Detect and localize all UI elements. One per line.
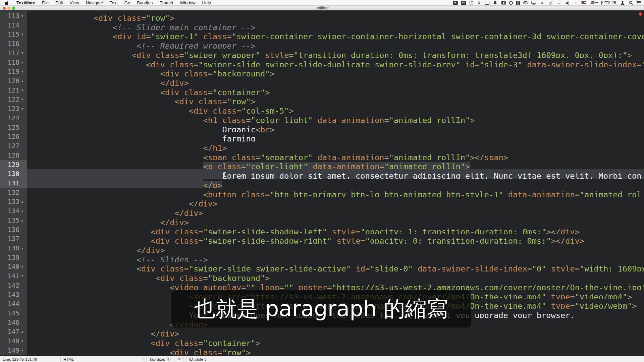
menu-item-file[interactable]: File bbox=[38, 0, 52, 5]
line-icon[interactable] bbox=[453, 1, 458, 5]
code-line-119[interactable]: 119▼<div class="background"> bbox=[0, 67, 644, 76]
menu-item-help[interactable]: Help bbox=[199, 0, 215, 5]
code-text[interactable]: <div class="swiper-wrapper" style="trans… bbox=[27, 49, 644, 58]
fold-arrow-icon[interactable]: ▲ bbox=[19, 327, 25, 337]
fold-arrow-icon[interactable]: ▼ bbox=[19, 49, 25, 58]
code-text[interactable]: </div> bbox=[27, 244, 644, 253]
code-text[interactable]: <div id="swiper-1" class="swiper-contain… bbox=[27, 30, 644, 39]
fold-arrow-icon[interactable]: ▼ bbox=[19, 262, 25, 272]
window-icon[interactable] bbox=[485, 1, 489, 5]
notification-list-icon[interactable] bbox=[637, 1, 641, 4]
code-text[interactable]: </h1> bbox=[27, 141, 644, 151]
ring-icon[interactable] bbox=[509, 1, 513, 5]
code-line-121[interactable]: 121▼<div class="container"> bbox=[0, 86, 644, 95]
code-line-133[interactable]: 133▲</div> bbox=[0, 197, 644, 206]
tab-size-selector[interactable]: Tab Size: 4 ▾ bbox=[147, 356, 174, 362]
code-text[interactable]: <div class="row"> bbox=[27, 11, 644, 21]
code-text[interactable]: <div class="row"> bbox=[27, 95, 644, 104]
code-line-139[interactable]: 139<!-- Slides --> bbox=[0, 253, 644, 262]
code-text[interactable]: <!-- Required wrapper --> bbox=[27, 39, 644, 49]
brackets-icon[interactable]: ‹› bbox=[539, 0, 545, 5]
code-text[interactable]: <!-- Slides --> bbox=[27, 253, 644, 262]
code-text[interactable]: </div> bbox=[27, 327, 644, 337]
code-text[interactable]: </div> bbox=[27, 216, 644, 225]
code-line-129[interactable]: 129<p class="color-light" data-animation… bbox=[0, 160, 644, 170]
fold-arrow-icon[interactable]: ▲ bbox=[19, 216, 25, 225]
code-text[interactable]: </div> bbox=[27, 76, 644, 86]
volume-icon[interactable]: ◀) bbox=[565, 0, 570, 5]
code-line-116[interactable]: 116<!-- Required wrapper --> bbox=[0, 39, 644, 49]
code-line-118[interactable]: 118▼<div class="swiper-slide swiper-slid… bbox=[0, 58, 644, 67]
symbol-id[interactable]: ID: slide-3 bbox=[186, 356, 209, 362]
code-line-148[interactable]: 148▼<div class="container"> bbox=[0, 337, 644, 346]
code-line-114[interactable]: 114<!-- Slider main container --> bbox=[0, 21, 644, 30]
code-text[interactable]: Lorem ipsum dolor sit amet, consectetur … bbox=[27, 169, 644, 179]
fold-arrow-icon[interactable]: ▲ bbox=[19, 244, 25, 253]
code-text[interactable]: <div class="swiper-slide-shadow-left" st… bbox=[27, 225, 644, 235]
code-text[interactable]: </div> bbox=[27, 206, 644, 216]
fold-arrow-icon[interactable]: ▲ bbox=[19, 206, 25, 216]
menu-clock[interactable]: 週一 下午2:28 bbox=[589, 0, 617, 6]
code-line-134[interactable]: 134▲</div> bbox=[0, 206, 644, 216]
fn-icon[interactable]: Fn bbox=[461, 1, 466, 5]
menu-item-go[interactable]: Go bbox=[121, 0, 133, 5]
code-line-138[interactable]: 138▲</div> bbox=[0, 244, 644, 253]
fold-arrow-icon[interactable]: ▼ bbox=[19, 58, 25, 67]
bundle-actions[interactable]: ⚙ ▴▾ bbox=[174, 356, 186, 362]
menu-item-text[interactable]: Text bbox=[106, 0, 121, 5]
code-text[interactable]: <div class="swiper-slide swiper-slide-ac… bbox=[27, 262, 644, 272]
code-line-140[interactable]: 140▼<div class="swiper-slide swiper-slid… bbox=[0, 262, 644, 272]
menu-item-navigate[interactable]: Navigate bbox=[83, 0, 106, 5]
wifi-icon[interactable]: ▼ bbox=[573, 0, 578, 5]
fold-arrow-icon[interactable]: ▲ bbox=[19, 197, 25, 206]
bookmark-dot[interactable] bbox=[639, 12, 642, 16]
toggle-icon[interactable] bbox=[523, 1, 528, 4]
code-line-137[interactable]: 137<div class="swiper-slide-shadow-right… bbox=[0, 234, 644, 244]
fold-arrow-icon[interactable]: ▼ bbox=[19, 346, 25, 355]
code-text[interactable]: <!-- Slider main container --> bbox=[27, 21, 644, 30]
fold-arrow-icon[interactable]: ▼ bbox=[19, 95, 25, 104]
code-line-124[interactable]: 124<h1 class="color-light" data-animatio… bbox=[0, 114, 644, 123]
code-line-149[interactable]: 149▼<div class="row"> bbox=[0, 346, 644, 355]
code-line-123[interactable]: 123▼<div class="col-sm-5"> bbox=[0, 104, 644, 114]
code-text[interactable]: <button class="btn btn-primary btn-lg bt… bbox=[27, 188, 644, 197]
code-line-126[interactable]: 126farming bbox=[0, 132, 644, 141]
code-line-122[interactable]: 122▼<div class="row"> bbox=[0, 95, 644, 104]
code-text[interactable]: <div class="background"> bbox=[27, 272, 644, 281]
fan-icon[interactable]: ∴ bbox=[556, 0, 561, 5]
menu-item-view[interactable]: View bbox=[66, 0, 83, 5]
code-text[interactable]: </div> bbox=[27, 197, 644, 206]
code-text[interactable]: <div class="col-sm-5"> bbox=[27, 104, 644, 114]
code-line-141[interactable]: 141▼<div class="background"> bbox=[0, 272, 644, 281]
fold-arrow-icon[interactable]: ▼ bbox=[19, 11, 25, 21]
code-line-115[interactable]: 115▼<div id="swiper-1" class="swiper-con… bbox=[0, 30, 644, 39]
menu-item-window[interactable]: Window bbox=[176, 0, 199, 5]
menu-item-edit[interactable]: Edit bbox=[52, 0, 66, 5]
menu-item-bundles[interactable]: Bundles bbox=[133, 0, 156, 5]
flag-icon[interactable] bbox=[581, 1, 586, 4]
code-line-120[interactable]: 120▲</div> bbox=[0, 76, 644, 86]
code-text[interactable]: <video autoplay="" loop="" poster="https… bbox=[27, 281, 644, 290]
code-line-128[interactable]: 128<span class="separator" data-animatio… bbox=[0, 151, 644, 160]
code-text[interactable]: <div class="background"> bbox=[27, 67, 644, 76]
fold-arrow-icon[interactable]: ▼ bbox=[19, 67, 25, 76]
code-line-130[interactable]: 130Lorem ipsum dolor sit amet, consectet… bbox=[0, 169, 644, 179]
panels-icon[interactable] bbox=[516, 1, 520, 5]
bell-icon[interactable] bbox=[492, 0, 498, 5]
fold-arrow-icon[interactable]: ▼ bbox=[19, 86, 25, 95]
user-icon[interactable] bbox=[620, 0, 625, 5]
fold-arrow-icon[interactable]: ▲ bbox=[19, 76, 25, 86]
code-line-117[interactable]: 117▼<div class="swiper-wrapper" style="t… bbox=[0, 49, 644, 58]
fold-arrow-icon[interactable]: ▼ bbox=[19, 337, 25, 346]
code-text[interactable]: <div class="container"> bbox=[27, 337, 644, 346]
code-text[interactable]: <div class="container"> bbox=[27, 86, 644, 95]
code-text[interactable]: farming bbox=[27, 132, 644, 141]
code-line-131[interactable]: 131</p> bbox=[0, 179, 644, 188]
language-selector[interactable]: HTML ▴▾ bbox=[61, 356, 146, 362]
code-text[interactable]: <span class="separator" data-animation="… bbox=[27, 151, 644, 160]
airplay-icon[interactable] bbox=[531, 0, 536, 5]
code-text[interactable]: </p> bbox=[27, 179, 644, 188]
code-line-125[interactable]: 125Organic<br> bbox=[0, 123, 644, 132]
code-line-142[interactable]: 142<video autoplay="" loop="" poster="ht… bbox=[0, 281, 644, 290]
code-line-147[interactable]: 147▲</div> bbox=[0, 327, 644, 337]
